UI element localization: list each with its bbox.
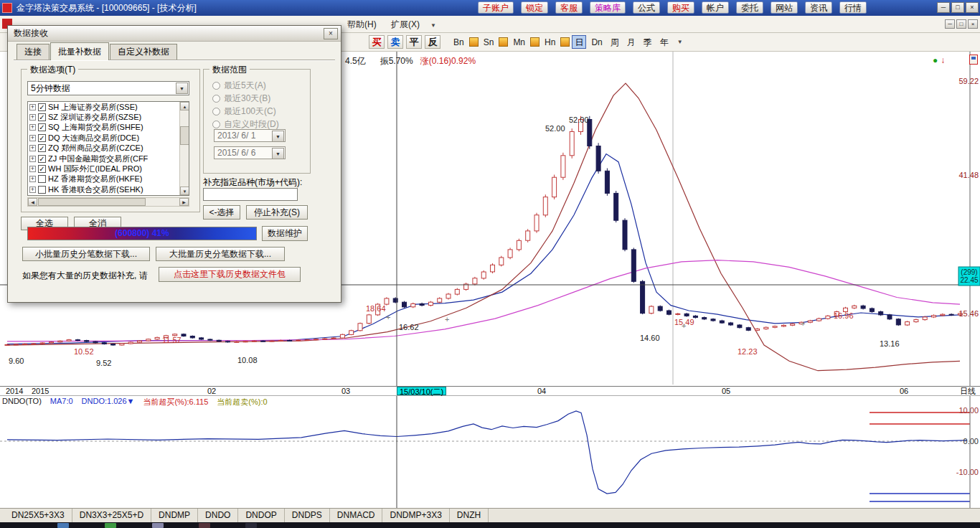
market-listbox[interactable]: +✓SH 上海证券交易所(SSE)+✓SZ 深圳证券交易所(SZSE)+✓SQ …: [27, 101, 189, 196]
titlebar-button-7[interactable]: 委托: [736, 1, 763, 14]
indicator-tab-DN3X3+25X5+D[interactable]: DN3X3+25X5+D: [72, 509, 151, 523]
period-button-月[interactable]: 月: [624, 35, 639, 49]
dialog-tab-0[interactable]: 连接: [17, 44, 50, 60]
small-batch-download-button[interactable]: 小批量历史分笔数据下载...: [22, 247, 150, 261]
indicator-tab-DNDO[interactable]: DNDO: [198, 509, 238, 523]
periods-dropdown-icon[interactable]: ▼: [677, 39, 683, 45]
checkbox-icon[interactable]: [38, 175, 46, 183]
period-button-Bn[interactable]: Bn: [451, 35, 467, 49]
date-axis[interactable]: 日线 20142015020304050615/03/10(二): [0, 386, 980, 396]
dialog-close-button[interactable]: ×: [324, 28, 338, 39]
market-row[interactable]: +✓WH 国际外汇(IDEAL PRO): [28, 164, 189, 174]
market-row[interactable]: +✓ZJ 中国金融期货交易所(CFF: [28, 154, 189, 164]
tree-expand-icon[interactable]: +: [29, 145, 36, 151]
scrollbar-thumb[interactable]: [38, 198, 146, 206]
menu-extend[interactable]: 扩展(X): [391, 19, 420, 31]
titlebar-button-2[interactable]: 客服: [555, 1, 583, 14]
range-radio-1[interactable]: 最近30天(B): [212, 93, 270, 105]
scroll-right-icon[interactable]: ▶: [179, 198, 189, 206]
tree-expand-icon[interactable]: +: [29, 114, 36, 121]
taskbar-app-icon-2[interactable]: [152, 523, 164, 528]
trade-button-0[interactable]: 买: [369, 35, 385, 49]
checkbox-icon[interactable]: ✓: [38, 113, 46, 121]
titlebar-button-3[interactable]: 策略库: [590, 1, 626, 14]
checkbox-icon[interactable]: [38, 186, 46, 194]
market-row[interactable]: +HK 香港联合交易所(SEHK): [28, 184, 189, 194]
stop-supplement-button[interactable]: 停止补充(S): [246, 205, 308, 220]
vertical-scrollbar[interactable]: ▲ ▼: [179, 102, 189, 195]
range-radio-2[interactable]: 最近100天(C): [212, 105, 276, 118]
indicator-tab-DN25X5+3X3[interactable]: DN25X5+3X3: [4, 509, 72, 523]
data-type-dropdown[interactable]: 5分钟数据 ▼: [27, 81, 189, 95]
choose-button[interactable]: <-选择: [203, 205, 240, 220]
indicator-tab-DNZH[interactable]: DNZH: [450, 509, 489, 523]
period-button-Sn[interactable]: Sn: [481, 35, 497, 49]
market-row[interactable]: +✓SH 上海证券交易所(SSE): [28, 102, 189, 112]
trade-button-3[interactable]: 反: [425, 35, 440, 49]
tree-expand-icon[interactable]: +: [29, 156, 36, 162]
tree-expand-icon[interactable]: +: [29, 187, 36, 193]
panel-layout-icon[interactable]: [969, 55, 978, 65]
indicator-panel[interactable]: 10.000.00-10.00 DNDO(TO)MA7:0DNDO:1.026▼…: [0, 396, 980, 508]
range-radio-0[interactable]: 最近5天(A): [212, 80, 266, 92]
download-history-package-button[interactable]: 点击这里下载历史数据文件包: [159, 267, 301, 282]
period-button-Hn[interactable]: Hn: [542, 35, 558, 49]
titlebar-button-8[interactable]: 网站: [771, 1, 798, 14]
period-button-Mn[interactable]: Mn: [510, 35, 528, 49]
period-button-年[interactable]: 年: [657, 35, 672, 49]
indicator-tab-DNMACD[interactable]: DNMACD: [330, 509, 383, 523]
menu-help[interactable]: 帮助(H): [347, 19, 377, 31]
minute-period-icon[interactable]: [499, 37, 508, 47]
trade-button-1[interactable]: 卖: [387, 35, 403, 49]
checkbox-icon[interactable]: ✓: [38, 165, 46, 173]
close-button[interactable]: ×: [966, 2, 979, 13]
scroll-up-icon[interactable]: ▲: [180, 102, 189, 110]
market-row[interactable]: +HZ 香港期货交易所(HKFE): [28, 174, 189, 184]
market-row[interactable]: +✓DQ 大连商品交易所(DCE): [28, 133, 189, 143]
tree-expand-icon[interactable]: +: [29, 124, 36, 131]
checkbox-icon[interactable]: ✓: [38, 134, 46, 142]
checkbox-icon[interactable]: ✓: [38, 123, 46, 131]
dialog-tab-2[interactable]: 自定义补数据: [110, 44, 177, 60]
titlebar-button-4[interactable]: 公式: [633, 1, 660, 14]
period-button-Dn[interactable]: Dn: [588, 35, 605, 49]
tree-expand-icon[interactable]: +: [29, 135, 36, 141]
minute-period-icon[interactable]: [560, 37, 570, 47]
checkbox-icon[interactable]: ✓: [38, 155, 46, 163]
titlebar-button-1[interactable]: 锁定: [521, 1, 548, 14]
chevron-down-icon[interactable]: ▼: [272, 148, 284, 159]
indicator-tab-DNDPS[interactable]: DNDPS: [285, 509, 330, 523]
indicator-chart-canvas[interactable]: 10.000.00-10.00: [0, 396, 980, 508]
minute-period-icon[interactable]: [469, 37, 479, 47]
period-button-周[interactable]: 周: [608, 35, 622, 49]
dialog-titlebar[interactable]: 数据接收: [8, 26, 341, 42]
period-button-季[interactable]: 季: [641, 35, 655, 49]
mdi-minimize-button[interactable]: ─: [945, 19, 955, 29]
period-label[interactable]: 日线: [960, 387, 976, 395]
scroll-left-icon[interactable]: ◀: [28, 198, 37, 206]
minimize-button[interactable]: ─: [937, 2, 950, 13]
tree-expand-icon[interactable]: +: [29, 166, 36, 172]
tree-expand-icon[interactable]: +: [29, 104, 36, 110]
chevron-down-icon[interactable]: ▼: [272, 131, 284, 142]
symbol-input[interactable]: [203, 188, 298, 201]
scroll-down-icon[interactable]: ▼: [180, 187, 189, 195]
checkbox-icon[interactable]: ✓: [38, 103, 46, 111]
date-from-dropdown[interactable]: 2013/ 6/ 1 ▼: [214, 129, 286, 142]
mdi-restore-button[interactable]: □: [956, 19, 966, 29]
period-button-日[interactable]: 日: [572, 35, 586, 49]
maximize-button[interactable]: □: [951, 2, 964, 13]
date-to-dropdown[interactable]: 2015/ 6/ 6 ▼: [214, 146, 286, 159]
titlebar-button-10[interactable]: 行情: [839, 1, 867, 14]
scrollbar-thumb[interactable]: [180, 126, 189, 145]
horizontal-scrollbar[interactable]: ◀ ▶: [27, 197, 189, 207]
taskbar-app-icon-4[interactable]: [245, 523, 257, 528]
indicator-tab-DNDMP[interactable]: DNDMP: [151, 509, 198, 523]
minute-period-icon[interactable]: [530, 37, 540, 47]
big-batch-download-button[interactable]: 大批量历史分笔数据下载...: [156, 247, 285, 261]
titlebar-button-5[interactable]: 购买: [667, 1, 694, 14]
taskbar-app-icon-1[interactable]: [105, 523, 116, 528]
market-row[interactable]: +✓ZQ 郑州商品交易所(CZCE): [28, 143, 189, 154]
tree-expand-icon[interactable]: +: [29, 176, 36, 182]
taskbar-app-icon-3[interactable]: [199, 523, 210, 528]
